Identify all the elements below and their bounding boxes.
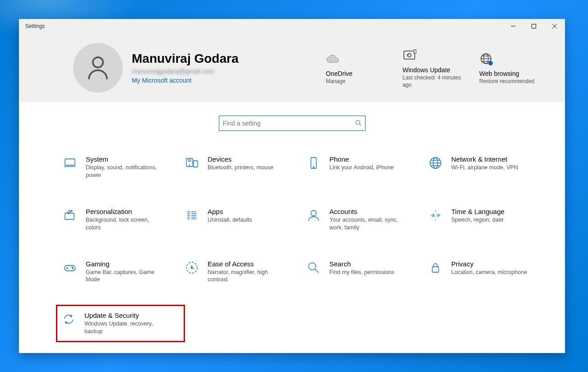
category-phone[interactable]: PhoneLink your Android, iPhone: [303, 153, 425, 181]
search-box[interactable]: [219, 116, 366, 131]
category-sub: Speech, region, date: [451, 216, 505, 224]
windows-update-tile[interactable]: Windows Update Last checked: 4 minutes a…: [403, 46, 470, 88]
svg-line-14: [359, 124, 361, 126]
search-icon: [355, 120, 361, 127]
time-icon: [428, 208, 443, 223]
maximize-button[interactable]: [523, 19, 544, 33]
account-header: Manuviraj Godara manuvirajgodara@gmail.c…: [19, 33, 565, 102]
category-sub: Display, sound, notifications, power: [86, 164, 162, 179]
category-privacy[interactable]: PrivacyLocation, camera, microphone: [425, 258, 547, 286]
window-title: Settings: [25, 23, 45, 29]
onedrive-title: OneDrive: [326, 70, 352, 77]
user-email: manuvirajgodara@gmail.com: [132, 68, 239, 75]
category-sub: Find my files, permissions: [329, 269, 394, 276]
category-title: Gaming: [86, 260, 162, 268]
category-sub: Bluetooth, printers, mouse: [208, 164, 273, 172]
web-browsing-tile[interactable]: Web browsing Restore recommended: [479, 50, 547, 85]
svg-rect-1: [532, 24, 536, 28]
settings-content: SystemDisplay, sound, notifications, pow…: [19, 102, 565, 337]
user-name: Manuviraj Godara: [132, 51, 239, 66]
microsoft-account-link[interactable]: My Microsoft account: [132, 77, 239, 84]
windows-update-title: Windows Update: [403, 66, 450, 74]
category-title: Privacy: [451, 260, 527, 268]
avatar[interactable]: [73, 43, 123, 93]
category-title: Time & Language: [451, 208, 505, 215]
windows-update-sub: Last checked: 4 minutes ago: [403, 74, 470, 88]
category-title: Network & Internet: [451, 155, 518, 163]
devices-icon: [184, 155, 199, 171]
category-title: Devices: [208, 155, 273, 163]
svg-point-13: [356, 120, 360, 124]
search-icon: [306, 260, 321, 275]
category-accounts[interactable]: AccountsYour accounts, email, sync, work…: [303, 206, 425, 233]
gamepad-icon: [62, 260, 78, 275]
category-network[interactable]: Network & InternetWi-Fi, airplane mode, …: [425, 153, 547, 181]
settings-window: Settings Manuviraj Godara manuvirajgodar…: [19, 19, 565, 353]
category-gaming[interactable]: GamingGame Bar, captures, Game Mode: [60, 258, 181, 286]
cloud-icon: [326, 50, 340, 68]
category-title: Phone: [329, 155, 394, 163]
category-title: System: [86, 155, 162, 163]
ease-icon: [184, 260, 199, 275]
category-title: Search: [329, 260, 394, 268]
category-update[interactable]: Update & SecurityWindows Update, recover…: [56, 305, 185, 342]
category-sub: Background, lock screen, colors: [86, 216, 162, 232]
globe-icon: [479, 50, 494, 68]
category-title: Accounts: [329, 208, 406, 215]
category-sub: Narrator, magnifier, high contrast: [208, 269, 284, 284]
category-sub: Location, camera, microphone: [451, 269, 527, 276]
category-title: Apps: [208, 208, 252, 215]
category-sub: Link your Android, iPhone: [329, 164, 394, 172]
lock-icon: [428, 260, 443, 275]
phone-icon: [306, 155, 321, 171]
category-title: Update & Security: [84, 312, 161, 319]
globe-icon: [428, 155, 443, 171]
category-time[interactable]: Time & LanguageSpeech, region, date: [425, 206, 547, 233]
category-sub: Uninstall, defaults: [208, 216, 252, 224]
onedrive-sub: Manage: [326, 78, 345, 85]
category-apps[interactable]: AppsUninstall, defaults: [181, 206, 303, 233]
web-browsing-sub: Restore recommended: [479, 78, 534, 85]
svg-point-12: [488, 61, 493, 65]
category-sub: Game Bar, captures, Game Mode: [86, 269, 162, 284]
category-sub: Wi-Fi, airplane mode, VPN: [451, 164, 518, 172]
category-ease[interactable]: Ease of AccessNarrator, magnifier, high …: [181, 258, 303, 286]
minimize-button[interactable]: [503, 19, 523, 33]
svg-rect-6: [414, 50, 416, 53]
person-icon: [306, 208, 321, 223]
apps-icon: [184, 208, 199, 223]
category-sub: Your accounts, email, sync, work, family: [329, 216, 406, 232]
close-button[interactable]: [544, 19, 565, 33]
settings-categories-grid: SystemDisplay, sound, notifications, pow…: [19, 153, 565, 337]
category-system[interactable]: SystemDisplay, sound, notifications, pow…: [60, 153, 181, 181]
brush-icon: [62, 208, 78, 223]
sync-icon: [61, 312, 76, 327]
onedrive-tile[interactable]: OneDrive Manage: [326, 50, 394, 85]
category-title: Personalization: [86, 208, 162, 215]
category-personalization[interactable]: PersonalizationBackground, lock screen, …: [60, 206, 181, 233]
laptop-icon: [62, 155, 78, 171]
category-search[interactable]: SearchFind my files, permissions: [303, 258, 425, 286]
search-input[interactable]: [223, 120, 355, 127]
category-devices[interactable]: DevicesBluetooth, printers, mouse: [181, 153, 303, 181]
update-icon: [403, 46, 417, 65]
svg-point-4: [93, 57, 103, 67]
category-title: Ease of Access: [208, 260, 284, 268]
web-browsing-title: Web browsing: [479, 70, 519, 77]
titlebar: Settings: [19, 19, 565, 33]
svg-rect-5: [404, 51, 415, 59]
category-sub: Windows Update, recovery, backup: [84, 320, 161, 335]
